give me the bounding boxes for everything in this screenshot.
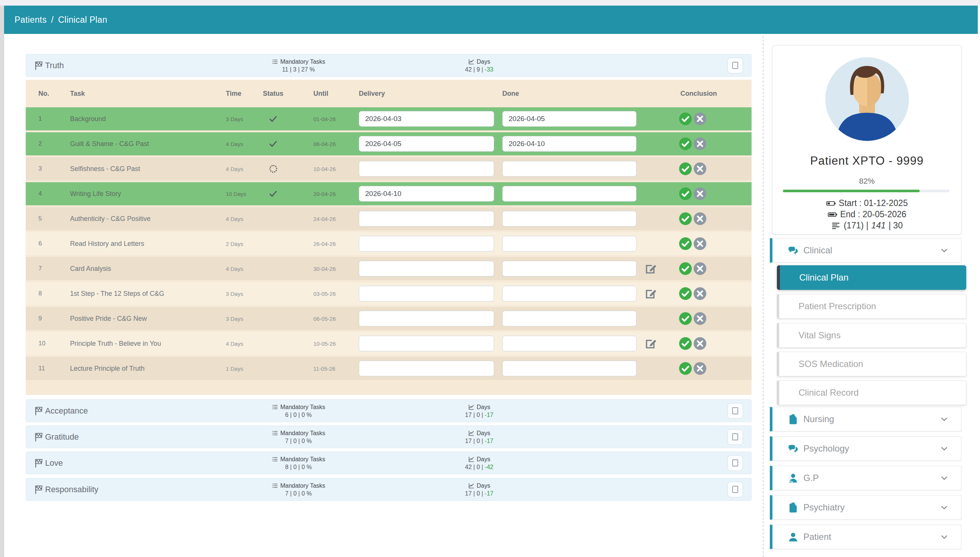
collapse-toggle-button[interactable]: [728, 58, 743, 73]
done-date-input[interactable]: [502, 161, 637, 177]
reject-x-icon[interactable]: [693, 362, 707, 376]
delivery-date-input[interactable]: [359, 236, 494, 251]
task-time: 2 Days: [226, 241, 243, 247]
approve-check-icon[interactable]: [679, 362, 692, 376]
header-done: Done: [502, 90, 519, 98]
reject-x-icon[interactable]: [693, 237, 707, 251]
reject-x-icon[interactable]: [693, 337, 707, 350]
delivery-date-input[interactable]: [359, 186, 494, 202]
sidebar-item-clinical-record[interactable]: Clinical Record: [777, 380, 966, 405]
delivery-date-input[interactable]: [359, 336, 494, 351]
delivery-date-input[interactable]: [359, 261, 494, 277]
sidebar-group-g-p[interactable]: G.P: [770, 466, 961, 490]
approve-check-icon[interactable]: [679, 187, 692, 201]
sidebar-item-sos-medication[interactable]: SOS Medication: [777, 352, 966, 376]
reject-x-icon[interactable]: [693, 312, 707, 326]
done-date-input[interactable]: [502, 211, 637, 226]
breadcrumb-patients[interactable]: Patients: [15, 15, 47, 25]
task-until-date: 24-04-26: [313, 216, 336, 222]
task-name: Read History and Letters: [70, 240, 144, 248]
chart-icon: [468, 456, 475, 463]
table-row: 6 Read History and Letters 2 Days 26-04-…: [26, 232, 752, 255]
task-status: [265, 189, 282, 199]
approve-check-icon[interactable]: [679, 287, 692, 301]
collapse-toggle-button[interactable]: [728, 429, 743, 445]
header-status: Status: [265, 90, 282, 98]
approve-check-icon[interactable]: [679, 312, 692, 326]
clipboard-icon: [787, 502, 799, 513]
reject-x-icon[interactable]: [693, 112, 707, 126]
collapse-toggle-button[interactable]: [728, 455, 743, 471]
done-date-input[interactable]: [502, 186, 637, 202]
edit-icon[interactable]: [644, 337, 658, 350]
square-icon: [732, 62, 738, 69]
sidebar-group-psychology[interactable]: Psychology: [770, 436, 961, 461]
sidebar-group-psychiatry[interactable]: Psychiatry: [770, 495, 961, 520]
reject-x-icon[interactable]: [693, 262, 707, 276]
section-title: Gratitude: [34, 432, 79, 442]
done-date-input[interactable]: [502, 361, 637, 376]
delivery-date-input[interactable]: [359, 136, 494, 151]
mandatory-tasks-value: 11 | 3 | 27 %: [272, 66, 325, 73]
sidebar-item-patient-prescription[interactable]: Patient Prescription: [777, 294, 966, 319]
done-date-input[interactable]: [502, 236, 637, 251]
header-time: Time: [226, 90, 241, 98]
section-title-label: Gratitude: [45, 432, 79, 442]
task-time: 4 Days: [226, 340, 243, 347]
collapse-toggle-button[interactable]: [728, 482, 743, 497]
approve-check-icon[interactable]: [679, 237, 692, 251]
done-date-input[interactable]: [502, 111, 637, 127]
chart-icon: [468, 404, 475, 410]
approve-check-icon[interactable]: [679, 337, 692, 350]
subitem-label: Vital Signs: [799, 330, 841, 340]
task-number: 7: [38, 265, 42, 272]
group-label: Clinical: [803, 245, 832, 256]
reject-x-icon[interactable]: [693, 162, 707, 176]
sidebar-item-clinical-plan[interactable]: Clinical Plan: [777, 265, 966, 290]
reject-x-icon[interactable]: [693, 212, 707, 226]
approve-check-icon[interactable]: [679, 162, 692, 176]
sidebar-group-nursing[interactable]: Nursing: [770, 407, 961, 432]
task-until-date: 01-04-26: [313, 116, 336, 122]
done-date-input[interactable]: [502, 311, 637, 326]
breadcrumb-separator: /: [51, 15, 54, 25]
days-value: 42 | 9 |: [465, 66, 483, 72]
approve-check-icon[interactable]: [679, 262, 692, 276]
approve-check-icon[interactable]: [679, 212, 692, 226]
sidebar-item-vital-signs[interactable]: Vital Signs: [777, 323, 966, 348]
group-label: Psychology: [803, 443, 849, 454]
conclusion-actions: [679, 112, 707, 126]
done-date-input[interactable]: [502, 336, 637, 351]
clipboard-icon: [787, 414, 799, 425]
task-name: Positive Pride - C&G New: [70, 315, 147, 322]
counts-elapsed: 141: [871, 221, 886, 231]
conclusion-actions: [679, 162, 707, 176]
edit-icon[interactable]: [644, 287, 658, 301]
delivery-date-input[interactable]: [359, 286, 494, 301]
check-icon: [268, 114, 278, 124]
header-until: Until: [313, 90, 328, 98]
done-date-input[interactable]: [502, 136, 637, 151]
reject-x-icon[interactable]: [693, 137, 707, 151]
counts-line: (171) | 141 | 30: [772, 221, 961, 231]
collapse-toggle-button[interactable]: [728, 403, 743, 419]
reject-x-icon[interactable]: [693, 287, 707, 301]
reject-x-icon[interactable]: [693, 187, 707, 201]
sidebar-group-clinical[interactable]: Clinical: [770, 238, 961, 263]
sidebar-group-patient[interactable]: Patient: [770, 524, 961, 549]
section-header-truth: Truth Mandatory Tasks 11 | 3 | 27 % Days…: [26, 54, 752, 77]
delivery-date-input[interactable]: [359, 111, 494, 127]
mandatory-tasks-label: Mandatory Tasks: [280, 404, 325, 410]
done-date-input[interactable]: [502, 286, 637, 301]
approve-check-icon[interactable]: [679, 137, 692, 151]
delivery-date-input[interactable]: [359, 361, 494, 376]
done-date-input[interactable]: [502, 261, 637, 277]
edit-icon[interactable]: [644, 262, 658, 276]
delivery-date-input[interactable]: [359, 161, 494, 177]
subitem-label: Clinical Plan: [799, 272, 848, 283]
task-time: 10 Days: [226, 191, 246, 197]
delivery-date-input[interactable]: [359, 311, 494, 326]
delivery-date-input[interactable]: [359, 211, 494, 226]
mandatory-tasks-label: Mandatory Tasks: [280, 456, 325, 463]
approve-check-icon[interactable]: [679, 112, 692, 126]
